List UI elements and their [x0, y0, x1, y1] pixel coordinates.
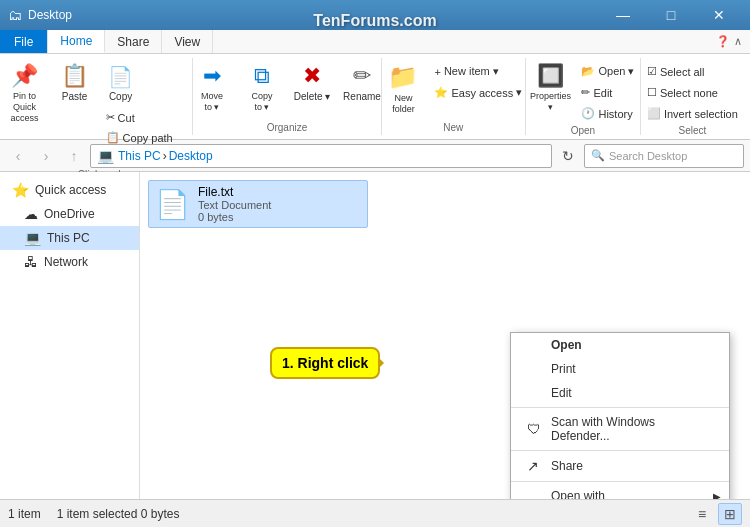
title-bar: 🗂 Desktop TenForums.com — □ ✕: [0, 0, 750, 30]
copy-button[interactable]: 📄 Copy: [101, 60, 141, 107]
item-count: 1 item: [8, 507, 41, 521]
paste-button[interactable]: 📋 Paste: [51, 58, 99, 118]
new-label: New: [443, 120, 463, 135]
file-item-filetxt[interactable]: 📄 File.txt Text Document 0 bytes: [148, 180, 368, 228]
history-icon: 🕐: [581, 107, 595, 120]
edit-icon: ✏: [581, 86, 590, 99]
selected-info: 1 item selected 0 bytes: [57, 507, 180, 521]
sidebar-label-network: Network: [44, 255, 88, 269]
properties-icon: 🔲: [537, 63, 564, 89]
clipboard-group: 📌 Pin to Quickaccess 📋 Paste 📄 Copy ✂ Cu…: [6, 58, 193, 135]
breadcrumb-sep-1: ›: [163, 149, 167, 163]
easy-access-button[interactable]: ⭐ Easy access ▾: [429, 83, 527, 102]
help-icon[interactable]: ❓: [716, 35, 730, 48]
invert-icon: ⬜: [647, 107, 661, 120]
ctx-open[interactable]: Open: [511, 333, 729, 357]
new-buttons: 📁 Newfolder + New item ▾ ⭐ Easy access ▾: [379, 58, 527, 120]
main-area: ⭐ Quick access ☁ OneDrive 💻 This PC 🖧 Ne…: [0, 172, 750, 499]
right-click-balloon: 1. Right click: [270, 347, 380, 379]
file-area: 📄 File.txt Text Document 0 bytes 1. Righ…: [140, 172, 750, 499]
context-menu: Open Print Edit 🛡 Scan with Windows Defe…: [510, 332, 730, 499]
ctx-share[interactable]: ↗ Share: [511, 453, 729, 479]
file-name: File.txt: [198, 185, 271, 199]
close-button[interactable]: ✕: [696, 0, 742, 30]
copy-to-button[interactable]: ⧉ Copyto ▾: [238, 58, 286, 118]
sidebar-item-network[interactable]: 🖧 Network: [0, 250, 139, 274]
history-button[interactable]: 🕐 History: [576, 104, 639, 123]
sidebar: ⭐ Quick access ☁ OneDrive 💻 This PC 🖧 Ne…: [0, 172, 140, 499]
file-info: File.txt Text Document 0 bytes: [198, 185, 271, 223]
select-group: ☑ Select all ☐ Select none ⬜ Invert sele…: [641, 58, 744, 135]
ctx-print[interactable]: Print: [511, 357, 729, 381]
cut-button[interactable]: ✂ Cut: [101, 108, 198, 127]
delete-icon: ✖: [303, 63, 321, 89]
address-bar: ‹ › ↑ 💻 This PC › Desktop ↻ 🔍 Search Des…: [0, 140, 750, 172]
tab-share[interactable]: Share: [105, 30, 162, 53]
window-title: Desktop: [28, 8, 600, 22]
ribbon: 📌 Pin to Quickaccess 📋 Paste 📄 Copy ✂ Cu…: [0, 54, 750, 140]
breadcrumb-desktop[interactable]: Desktop: [169, 149, 213, 163]
maximize-button[interactable]: □: [648, 0, 694, 30]
new-item-button[interactable]: + New item ▾: [429, 62, 527, 81]
select-all-button[interactable]: ☑ Select all: [642, 62, 743, 81]
breadcrumb: This PC › Desktop: [118, 149, 213, 163]
ctx-open-with[interactable]: Open with ▶: [511, 484, 729, 499]
copy-icon: 📄: [108, 65, 133, 89]
open-label: Open: [571, 123, 595, 138]
open-group: 🔲 Properties▾ 📂 Open ▾ ✏ Edit 🕐 History …: [526, 58, 641, 135]
minimize-button[interactable]: —: [600, 0, 646, 30]
pin-to-quick-button[interactable]: 📌 Pin to Quickaccess: [1, 58, 49, 118]
status-bar: 1 item 1 item selected 0 bytes ≡ ⊞: [0, 499, 750, 527]
properties-button[interactable]: 🔲 Properties▾: [526, 58, 574, 118]
tab-file[interactable]: File: [0, 30, 48, 53]
sidebar-item-onedrive[interactable]: ☁ OneDrive: [0, 202, 139, 226]
new-folder-button[interactable]: 📁 Newfolder: [379, 58, 427, 118]
window-icon: 🗂: [8, 7, 22, 23]
this-pc-icon: 💻: [97, 148, 114, 164]
new-item-icon: +: [434, 66, 440, 78]
new-group: 📁 Newfolder + New item ▾ ⭐ Easy access ▾…: [382, 58, 527, 135]
address-box[interactable]: 💻 This PC › Desktop: [90, 144, 552, 168]
select-none-button[interactable]: ☐ Select none: [642, 83, 743, 102]
refresh-button[interactable]: ↻: [556, 144, 580, 168]
window-controls: — □ ✕: [600, 0, 742, 30]
sidebar-item-this-pc[interactable]: 💻 This PC: [0, 226, 139, 250]
open-button[interactable]: 📂 Open ▾: [576, 62, 639, 81]
ctx-scan-defender[interactable]: 🛡 Scan with Windows Defender...: [511, 410, 729, 448]
forward-button[interactable]: ›: [34, 144, 58, 168]
file-txt-icon: 📄: [155, 188, 190, 221]
select-buttons: ☑ Select all ☐ Select none ⬜ Invert sele…: [642, 58, 743, 123]
invert-selection-button[interactable]: ⬜ Invert selection: [642, 104, 743, 123]
edit-button[interactable]: ✏ Edit: [576, 83, 639, 102]
ctx-edit[interactable]: Edit: [511, 381, 729, 405]
back-button[interactable]: ‹: [6, 144, 30, 168]
organize-group: ➡ Moveto ▾ ⧉ Copyto ▾ ✖ Delete ▾ ✏ Renam…: [193, 58, 381, 135]
large-icons-view-button[interactable]: ⊞: [718, 503, 742, 525]
ctx-open-with-arrow: ▶: [713, 491, 721, 500]
collapse-ribbon-icon[interactable]: ∧: [734, 35, 742, 48]
up-button[interactable]: ↑: [62, 144, 86, 168]
search-icon: 🔍: [591, 149, 605, 162]
network-icon: 🖧: [24, 254, 38, 270]
move-icon: ➡: [203, 63, 221, 89]
ctx-defender-icon: 🛡: [527, 421, 543, 437]
move-to-button[interactable]: ➡ Moveto ▾: [188, 58, 236, 118]
search-box[interactable]: 🔍 Search Desktop: [584, 144, 744, 168]
tab-view[interactable]: View: [162, 30, 213, 53]
delete-button[interactable]: ✖ Delete ▾: [288, 58, 336, 118]
ctx-sep-2: [511, 450, 729, 451]
sidebar-label-quick-access: Quick access: [35, 183, 106, 197]
tab-home[interactable]: Home: [48, 30, 105, 53]
ctx-sep-3: [511, 481, 729, 482]
select-none-icon: ☐: [647, 86, 657, 99]
file-type: Text Document: [198, 199, 271, 211]
rename-icon: ✏: [353, 63, 371, 89]
organize-buttons: ➡ Moveto ▾ ⧉ Copyto ▾ ✖ Delete ▾ ✏ Renam…: [188, 58, 386, 120]
pin-icon: 📌: [11, 63, 38, 89]
folder-icon: 📁: [388, 63, 418, 91]
breadcrumb-this-pc[interactable]: This PC: [118, 149, 161, 163]
ribbon-tabs: File Home Share View ❓ ∧: [0, 30, 750, 54]
this-pc-sidebar-icon: 💻: [24, 230, 41, 246]
sidebar-item-quick-access[interactable]: ⭐ Quick access: [0, 178, 139, 202]
details-view-button[interactable]: ≡: [690, 503, 714, 525]
